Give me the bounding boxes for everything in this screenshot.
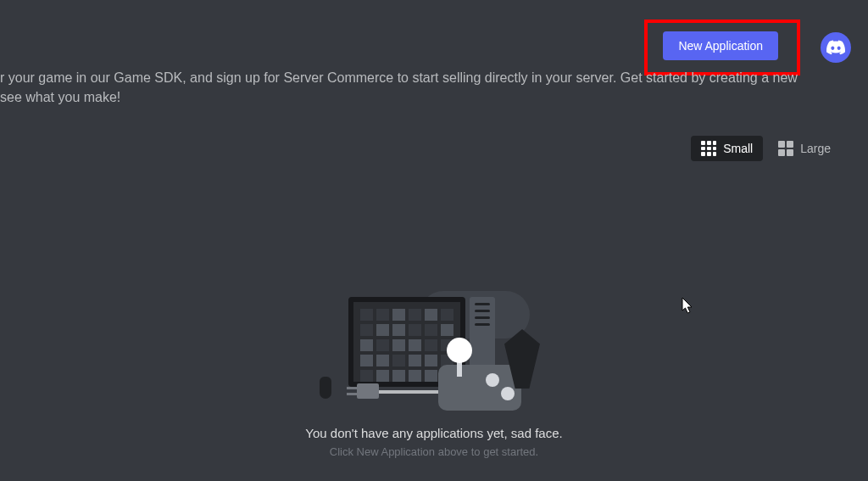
illustration-joystick-ball	[447, 338, 472, 363]
illustration-button-b	[501, 387, 515, 400]
view-large-label: Large	[800, 142, 831, 155]
view-small-label: Small	[723, 142, 753, 155]
illustration-bat	[504, 329, 540, 389]
intro-description: r your game in our Game SDK, and sign up…	[0, 68, 848, 107]
grid-large-icon	[778, 141, 793, 156]
view-large-button[interactable]: Large	[768, 136, 841, 161]
empty-state: You don't have any applications yet, sad…	[197, 288, 671, 458]
illustration-button-a	[486, 373, 499, 387]
illustration-cord	[379, 390, 443, 394]
illustration-plug	[357, 383, 379, 399]
intro-line-1: r your game in our Game SDK, and sign up…	[0, 68, 848, 87]
empty-state-secondary-text: Click New Application above to get start…	[330, 445, 538, 458]
empty-state-illustration	[311, 288, 557, 416]
empty-state-primary-text: You don't have any applications yet, sad…	[305, 426, 562, 440]
illustration-bug	[320, 377, 331, 399]
mouse-cursor-icon	[682, 297, 695, 316]
grid-small-icon	[701, 141, 716, 156]
discord-logo-avatar[interactable]	[821, 32, 851, 63]
view-density-toggle: Small Large	[691, 136, 841, 161]
discord-icon	[826, 38, 845, 57]
view-small-button[interactable]: Small	[691, 136, 763, 161]
intro-line-2: see what you make!	[0, 87, 848, 107]
new-application-button[interactable]: New Application	[663, 31, 778, 60]
